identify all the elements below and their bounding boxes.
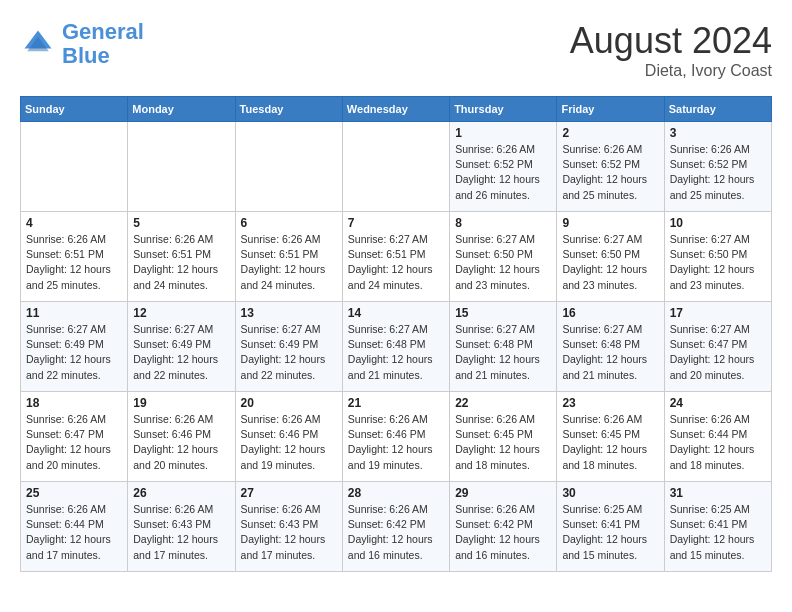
day-info: Sunrise: 6:27 AM Sunset: 6:50 PM Dayligh…	[670, 232, 766, 293]
day-info: Sunrise: 6:27 AM Sunset: 6:48 PM Dayligh…	[562, 322, 658, 383]
calendar-cell-4-3: 28Sunrise: 6:26 AM Sunset: 6:42 PM Dayli…	[342, 482, 449, 572]
day-info: Sunrise: 6:26 AM Sunset: 6:46 PM Dayligh…	[348, 412, 444, 473]
calendar-cell-0-4: 1Sunrise: 6:26 AM Sunset: 6:52 PM Daylig…	[450, 122, 557, 212]
day-number: 24	[670, 396, 766, 410]
calendar-cell-4-2: 27Sunrise: 6:26 AM Sunset: 6:43 PM Dayli…	[235, 482, 342, 572]
day-number: 2	[562, 126, 658, 140]
calendar-cell-4-5: 30Sunrise: 6:25 AM Sunset: 6:41 PM Dayli…	[557, 482, 664, 572]
calendar-cell-3-3: 21Sunrise: 6:26 AM Sunset: 6:46 PM Dayli…	[342, 392, 449, 482]
calendar-cell-4-6: 31Sunrise: 6:25 AM Sunset: 6:41 PM Dayli…	[664, 482, 771, 572]
calendar-cell-0-1	[128, 122, 235, 212]
week-row-4: 18Sunrise: 6:26 AM Sunset: 6:47 PM Dayli…	[21, 392, 772, 482]
day-number: 17	[670, 306, 766, 320]
day-info: Sunrise: 6:26 AM Sunset: 6:52 PM Dayligh…	[455, 142, 551, 203]
logo: General Blue	[20, 20, 144, 68]
logo-text: General Blue	[62, 20, 144, 68]
calendar-cell-0-3	[342, 122, 449, 212]
week-row-2: 4Sunrise: 6:26 AM Sunset: 6:51 PM Daylig…	[21, 212, 772, 302]
day-info: Sunrise: 6:26 AM Sunset: 6:45 PM Dayligh…	[562, 412, 658, 473]
day-number: 26	[133, 486, 229, 500]
calendar-cell-3-6: 24Sunrise: 6:26 AM Sunset: 6:44 PM Dayli…	[664, 392, 771, 482]
day-info: Sunrise: 6:25 AM Sunset: 6:41 PM Dayligh…	[670, 502, 766, 563]
month-title: August 2024	[570, 20, 772, 62]
day-number: 8	[455, 216, 551, 230]
day-number: 10	[670, 216, 766, 230]
header: General Blue August 2024 Dieta, Ivory Co…	[20, 20, 772, 80]
day-number: 29	[455, 486, 551, 500]
day-number: 4	[26, 216, 122, 230]
day-info: Sunrise: 6:27 AM Sunset: 6:48 PM Dayligh…	[455, 322, 551, 383]
day-info: Sunrise: 6:27 AM Sunset: 6:51 PM Dayligh…	[348, 232, 444, 293]
day-number: 31	[670, 486, 766, 500]
day-number: 30	[562, 486, 658, 500]
day-number: 20	[241, 396, 337, 410]
day-number: 27	[241, 486, 337, 500]
day-number: 6	[241, 216, 337, 230]
day-info: Sunrise: 6:26 AM Sunset: 6:43 PM Dayligh…	[133, 502, 229, 563]
day-info: Sunrise: 6:26 AM Sunset: 6:46 PM Dayligh…	[133, 412, 229, 473]
calendar-cell-4-4: 29Sunrise: 6:26 AM Sunset: 6:42 PM Dayli…	[450, 482, 557, 572]
calendar-cell-0-6: 3Sunrise: 6:26 AM Sunset: 6:52 PM Daylig…	[664, 122, 771, 212]
day-info: Sunrise: 6:27 AM Sunset: 6:49 PM Dayligh…	[241, 322, 337, 383]
calendar-cell-2-6: 17Sunrise: 6:27 AM Sunset: 6:47 PM Dayli…	[664, 302, 771, 392]
calendar-cell-3-5: 23Sunrise: 6:26 AM Sunset: 6:45 PM Dayli…	[557, 392, 664, 482]
calendar-cell-0-5: 2Sunrise: 6:26 AM Sunset: 6:52 PM Daylig…	[557, 122, 664, 212]
calendar-cell-3-1: 19Sunrise: 6:26 AM Sunset: 6:46 PM Dayli…	[128, 392, 235, 482]
day-number: 9	[562, 216, 658, 230]
day-info: Sunrise: 6:26 AM Sunset: 6:46 PM Dayligh…	[241, 412, 337, 473]
week-row-5: 25Sunrise: 6:26 AM Sunset: 6:44 PM Dayli…	[21, 482, 772, 572]
day-info: Sunrise: 6:26 AM Sunset: 6:51 PM Dayligh…	[241, 232, 337, 293]
calendar-cell-1-6: 10Sunrise: 6:27 AM Sunset: 6:50 PM Dayli…	[664, 212, 771, 302]
calendar-cell-1-2: 6Sunrise: 6:26 AM Sunset: 6:51 PM Daylig…	[235, 212, 342, 302]
calendar-cell-4-0: 25Sunrise: 6:26 AM Sunset: 6:44 PM Dayli…	[21, 482, 128, 572]
day-info: Sunrise: 6:26 AM Sunset: 6:47 PM Dayligh…	[26, 412, 122, 473]
day-number: 12	[133, 306, 229, 320]
logo-icon	[20, 26, 56, 62]
calendar-body: 1Sunrise: 6:26 AM Sunset: 6:52 PM Daylig…	[21, 122, 772, 572]
day-number: 15	[455, 306, 551, 320]
day-info: Sunrise: 6:26 AM Sunset: 6:43 PM Dayligh…	[241, 502, 337, 563]
col-monday: Monday	[128, 97, 235, 122]
day-info: Sunrise: 6:25 AM Sunset: 6:41 PM Dayligh…	[562, 502, 658, 563]
day-number: 22	[455, 396, 551, 410]
calendar-cell-1-5: 9Sunrise: 6:27 AM Sunset: 6:50 PM Daylig…	[557, 212, 664, 302]
calendar-cell-2-1: 12Sunrise: 6:27 AM Sunset: 6:49 PM Dayli…	[128, 302, 235, 392]
calendar-cell-0-2	[235, 122, 342, 212]
week-row-3: 11Sunrise: 6:27 AM Sunset: 6:49 PM Dayli…	[21, 302, 772, 392]
calendar-cell-2-0: 11Sunrise: 6:27 AM Sunset: 6:49 PM Dayli…	[21, 302, 128, 392]
day-number: 11	[26, 306, 122, 320]
calendar-cell-3-0: 18Sunrise: 6:26 AM Sunset: 6:47 PM Dayli…	[21, 392, 128, 482]
day-number: 3	[670, 126, 766, 140]
calendar-cell-1-1: 5Sunrise: 6:26 AM Sunset: 6:51 PM Daylig…	[128, 212, 235, 302]
day-info: Sunrise: 6:26 AM Sunset: 6:44 PM Dayligh…	[670, 412, 766, 473]
calendar-cell-1-3: 7Sunrise: 6:27 AM Sunset: 6:51 PM Daylig…	[342, 212, 449, 302]
logo-line2: Blue	[62, 43, 110, 68]
calendar-cell-4-1: 26Sunrise: 6:26 AM Sunset: 6:43 PM Dayli…	[128, 482, 235, 572]
day-number: 21	[348, 396, 444, 410]
day-info: Sunrise: 6:26 AM Sunset: 6:44 PM Dayligh…	[26, 502, 122, 563]
col-thursday: Thursday	[450, 97, 557, 122]
day-info: Sunrise: 6:27 AM Sunset: 6:49 PM Dayligh…	[26, 322, 122, 383]
col-sunday: Sunday	[21, 97, 128, 122]
week-row-1: 1Sunrise: 6:26 AM Sunset: 6:52 PM Daylig…	[21, 122, 772, 212]
day-info: Sunrise: 6:26 AM Sunset: 6:51 PM Dayligh…	[133, 232, 229, 293]
calendar-cell-3-4: 22Sunrise: 6:26 AM Sunset: 6:45 PM Dayli…	[450, 392, 557, 482]
day-info: Sunrise: 6:27 AM Sunset: 6:48 PM Dayligh…	[348, 322, 444, 383]
title-area: August 2024 Dieta, Ivory Coast	[570, 20, 772, 80]
calendar-cell-0-0	[21, 122, 128, 212]
day-number: 18	[26, 396, 122, 410]
day-number: 28	[348, 486, 444, 500]
day-info: Sunrise: 6:27 AM Sunset: 6:49 PM Dayligh…	[133, 322, 229, 383]
day-info: Sunrise: 6:26 AM Sunset: 6:51 PM Dayligh…	[26, 232, 122, 293]
calendar-cell-2-3: 14Sunrise: 6:27 AM Sunset: 6:48 PM Dayli…	[342, 302, 449, 392]
calendar-cell-2-2: 13Sunrise: 6:27 AM Sunset: 6:49 PM Dayli…	[235, 302, 342, 392]
day-info: Sunrise: 6:27 AM Sunset: 6:50 PM Dayligh…	[455, 232, 551, 293]
day-number: 19	[133, 396, 229, 410]
day-number: 23	[562, 396, 658, 410]
calendar: Sunday Monday Tuesday Wednesday Thursday…	[20, 96, 772, 572]
day-info: Sunrise: 6:27 AM Sunset: 6:47 PM Dayligh…	[670, 322, 766, 383]
day-number: 13	[241, 306, 337, 320]
calendar-cell-3-2: 20Sunrise: 6:26 AM Sunset: 6:46 PM Dayli…	[235, 392, 342, 482]
location: Dieta, Ivory Coast	[570, 62, 772, 80]
col-friday: Friday	[557, 97, 664, 122]
